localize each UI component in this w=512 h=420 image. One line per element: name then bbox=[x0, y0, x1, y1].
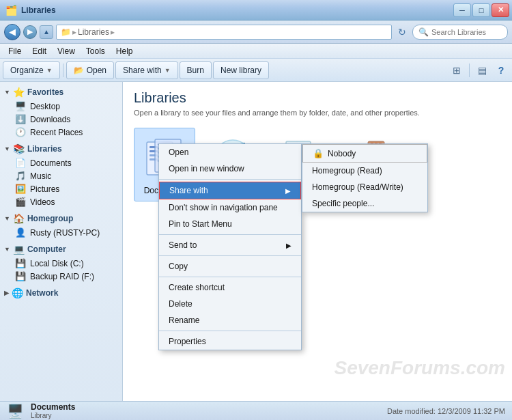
status-name: Documents bbox=[31, 402, 75, 412]
ctx-separator-2 bbox=[159, 234, 301, 235]
sidebar-item-music[interactable]: 🎵 Music bbox=[0, 169, 122, 182]
address-path[interactable]: 📁 ▸ Libraries ▸ bbox=[56, 25, 392, 40]
title-bar-title: Libraries bbox=[21, 5, 56, 15]
menu-tools[interactable]: Tools bbox=[81, 45, 111, 57]
documents-icon: 📄 bbox=[15, 158, 26, 168]
refresh-button[interactable]: ↻ bbox=[395, 25, 410, 40]
ctx-share-with[interactable]: Share with ▶ bbox=[159, 182, 301, 199]
sidebar-item-local-disk[interactable]: 💾 Local Disk (C:) bbox=[0, 257, 122, 270]
backup-icon: 💾 bbox=[15, 271, 26, 281]
share-dropdown-icon: ▼ bbox=[165, 67, 171, 74]
favorites-label: Favorites bbox=[27, 87, 63, 97]
status-info: Documents Library bbox=[31, 402, 75, 419]
lock-icon: 🔒 bbox=[313, 148, 324, 158]
ctx-open-new[interactable]: Open in new window bbox=[159, 160, 301, 177]
menu-file[interactable]: File bbox=[3, 45, 27, 57]
ctx-delete[interactable]: Delete bbox=[159, 296, 301, 312]
close-button[interactable]: ✕ bbox=[492, 3, 509, 17]
organize-dropdown-icon: ▼ bbox=[46, 67, 53, 74]
sub-homegroup-read[interactable]: Homegroup (Read) bbox=[302, 163, 427, 179]
organize-label: Organize bbox=[10, 66, 44, 75]
ctx-send-label: Send to bbox=[169, 240, 197, 250]
search-input[interactable] bbox=[431, 28, 502, 36]
music-icon: 🎵 bbox=[15, 171, 26, 181]
share-submenu: 🔒 Nobody Homegroup (Read) Homegroup (Rea… bbox=[302, 143, 428, 212]
sidebar-item-pictures[interactable]: 🖼️ Pictures bbox=[0, 182, 122, 195]
ctx-nav-pane[interactable]: Don't show in navigation pane bbox=[159, 199, 301, 216]
sub-hg-rw-label: Homegroup (Read/Write) bbox=[312, 182, 403, 192]
libraries-arrow: ▼ bbox=[4, 145, 10, 152]
ctx-send-to[interactable]: Send to ▶ bbox=[159, 237, 301, 253]
sidebar: ▼ ⭐ Favorites 🖥️ Desktop ⬇️ Downloads 🕐 … bbox=[0, 82, 123, 401]
libraries-label: Libraries bbox=[27, 144, 62, 154]
open-folder-icon: 📂 bbox=[74, 66, 84, 75]
menu-edit[interactable]: Edit bbox=[27, 45, 52, 57]
documents-label: Documents bbox=[30, 158, 72, 168]
videos-icon: 🎬 bbox=[15, 197, 26, 207]
up-button[interactable]: ▲ bbox=[40, 25, 53, 39]
status-type: Library bbox=[31, 412, 75, 419]
sidebar-item-rusty[interactable]: 👤 Rusty (RUSTY-PC) bbox=[0, 226, 122, 239]
search-box[interactable]: 🔍 bbox=[412, 25, 508, 40]
network-label: Network bbox=[26, 288, 58, 298]
computer-header[interactable]: ▼ 💻 Computer bbox=[0, 242, 122, 257]
title-bar-left: 🗂️ Libraries bbox=[5, 5, 56, 16]
network-section: ▶ 🌐 Network bbox=[0, 285, 122, 300]
favorites-star-icon: ⭐ bbox=[13, 87, 25, 98]
sub-nobody[interactable]: 🔒 Nobody bbox=[302, 144, 427, 163]
ctx-shortcut[interactable]: Create shortcut bbox=[159, 279, 301, 296]
ctx-copy[interactable]: Copy bbox=[159, 258, 301, 275]
open-label: Open bbox=[87, 66, 106, 75]
videos-label: Videos bbox=[30, 197, 55, 207]
sidebar-item-recent-places[interactable]: 🕐 Recent Places bbox=[0, 126, 122, 139]
back-button[interactable]: ◀ bbox=[4, 24, 20, 40]
status-bar: 🖥️ Documents Library Date modified: 12/3… bbox=[0, 401, 512, 420]
context-menu: Open Open in new window Share with ▶ Don… bbox=[158, 143, 302, 350]
ctx-pin[interactable]: Pin to Start Menu bbox=[159, 216, 301, 232]
ctx-rename[interactable]: Rename bbox=[159, 312, 301, 328]
sidebar-item-downloads[interactable]: ⬇️ Downloads bbox=[0, 113, 122, 126]
homegroup-header[interactable]: ▼ 🏠 Homegroup bbox=[0, 211, 122, 226]
rusty-label: Rusty (RUSTY-PC) bbox=[30, 228, 100, 238]
pictures-label: Pictures bbox=[30, 184, 59, 194]
network-arrow: ▶ bbox=[4, 290, 9, 296]
main-area: ▼ ⭐ Favorites 🖥️ Desktop ⬇️ Downloads 🕐 … bbox=[0, 82, 512, 401]
sidebar-item-backup[interactable]: 💾 Backup RAID (F:) bbox=[0, 270, 122, 283]
organize-button[interactable]: Organize ▼ bbox=[3, 61, 60, 79]
sidebar-item-desktop[interactable]: 🖥️ Desktop bbox=[0, 100, 122, 113]
ctx-open[interactable]: Open bbox=[159, 144, 301, 160]
new-library-button[interactable]: New library bbox=[213, 61, 269, 79]
open-button[interactable]: 📂 Open bbox=[66, 61, 114, 79]
new-library-label: New library bbox=[221, 66, 261, 75]
favorites-header[interactable]: ▼ ⭐ Favorites bbox=[0, 85, 122, 100]
desktop-icon: 🖥️ bbox=[15, 101, 26, 111]
libraries-icon: 📚 bbox=[13, 143, 25, 154]
address-folder-icon: 📁 bbox=[61, 27, 71, 37]
desktop-label: Desktop bbox=[30, 102, 60, 111]
menu-view[interactable]: View bbox=[52, 45, 81, 57]
preview-pane-button[interactable]: ▤ bbox=[474, 62, 490, 79]
change-view-button[interactable]: ⊞ bbox=[449, 62, 465, 79]
sub-specific-label: Specific people... bbox=[312, 199, 374, 208]
help-button[interactable]: ? bbox=[493, 62, 509, 79]
maximize-button[interactable]: □ bbox=[472, 3, 490, 17]
network-header[interactable]: ▶ 🌐 Network bbox=[0, 285, 122, 300]
sidebar-item-videos[interactable]: 🎬 Videos bbox=[0, 195, 122, 208]
disk-icon: 💾 bbox=[15, 258, 26, 268]
computer-icon: 💻 bbox=[13, 244, 25, 255]
ctx-properties[interactable]: Properties bbox=[159, 333, 301, 350]
user-icon: 👤 bbox=[15, 227, 26, 238]
computer-arrow: ▼ bbox=[4, 246, 10, 253]
favorites-arrow: ▼ bbox=[4, 89, 10, 96]
share-with-button[interactable]: Share with ▼ bbox=[115, 61, 178, 79]
pictures-icon: 🖼️ bbox=[15, 184, 26, 194]
homegroup-section: ▼ 🏠 Homegroup 👤 Rusty (RUSTY-PC) bbox=[0, 211, 122, 239]
minimize-button[interactable]: ─ bbox=[453, 3, 471, 17]
menu-help[interactable]: Help bbox=[111, 45, 139, 57]
sub-homegroup-readwrite[interactable]: Homegroup (Read/Write) bbox=[302, 179, 427, 195]
libraries-header[interactable]: ▼ 📚 Libraries bbox=[0, 141, 122, 156]
sidebar-item-documents[interactable]: 📄 Documents bbox=[0, 156, 122, 169]
forward-button[interactable]: ▶ bbox=[23, 25, 37, 39]
burn-button[interactable]: Burn bbox=[180, 61, 212, 79]
sub-specific-people[interactable]: Specific people... bbox=[302, 195, 427, 212]
